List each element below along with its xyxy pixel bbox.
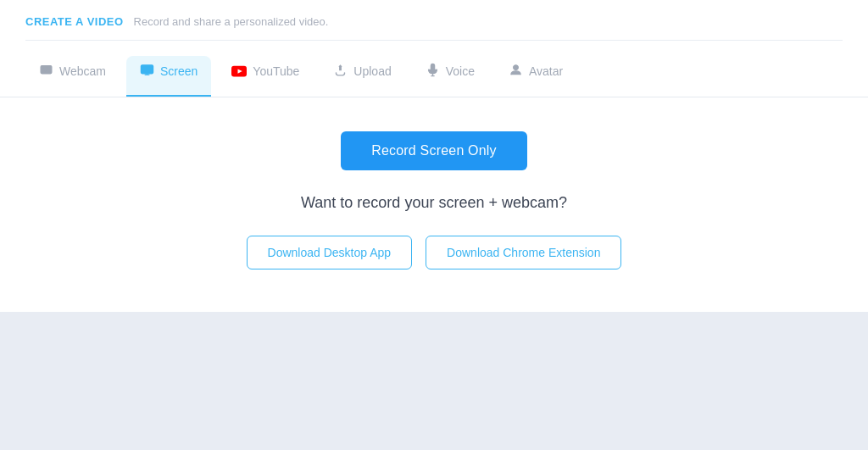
gray-background-section [0,312,868,450]
tab-screen[interactable]: Screen [126,56,211,97]
tab-webcam[interactable]: Webcam [25,56,120,97]
tab-screen-label: Screen [160,64,198,78]
screen-icon [140,63,154,80]
upload-icon [333,63,348,80]
page-subtitle: Record and share a personalized video. [134,15,329,28]
avatar-icon [509,63,523,80]
svg-rect-2 [141,65,153,74]
tab-voice-label: Voice [446,64,475,78]
voice-icon [426,63,440,80]
content-area: Record Screen Only Want to record your s… [0,97,868,312]
record-screen-button[interactable]: Record Screen Only [341,131,527,170]
download-buttons-group: Download Desktop App Download Chrome Ext… [247,236,622,269]
page-title: CREATE A VIDEO [25,15,124,28]
tab-upload-label: Upload [353,64,391,78]
webcam-icon [39,63,53,80]
download-desktop-button[interactable]: Download Desktop App [247,236,413,269]
tabs-row: Webcam Screen YouTube [25,41,843,97]
svg-point-1 [44,68,47,71]
youtube-icon [231,65,247,77]
tab-youtube[interactable]: YouTube [218,58,313,95]
tab-avatar-label: Avatar [529,64,563,78]
tab-webcam-label: Webcam [59,64,106,78]
tab-upload[interactable]: Upload [320,56,404,97]
svg-point-10 [514,65,519,70]
webcam-prompt-text: Want to record your screen + webcam? [301,194,567,212]
tab-voice[interactable]: Voice [412,56,488,97]
download-chrome-button[interactable]: Download Chrome Extension [426,236,621,269]
tab-youtube-label: YouTube [253,64,299,78]
tab-avatar[interactable]: Avatar [495,56,576,97]
